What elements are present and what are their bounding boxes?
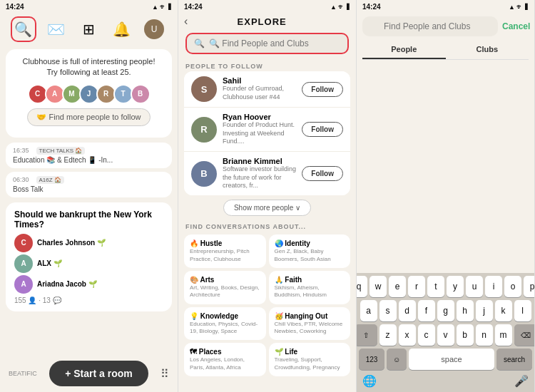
inbox-nav-icon[interactable]: ✉️ xyxy=(44,16,69,42)
key-q[interactable]: q xyxy=(357,276,367,297)
key-l[interactable]: l xyxy=(514,300,531,321)
footer-bar: BEATIFIC + Start a room ⠿ xyxy=(0,355,178,392)
key-f[interactable]: f xyxy=(418,300,435,321)
key-z[interactable]: z xyxy=(379,324,397,346)
follow-brianne-button[interactable]: Follow xyxy=(302,166,343,181)
key-c[interactable]: c xyxy=(418,324,435,346)
panel-home: 14:24 ▲ ᯤ ▊ 🔍 ✉️ ⊞ 🔔 U Clubhouse is full… xyxy=(0,0,178,392)
talk-item-1[interactable]: 16:35 TECH TALKS 🏠 Education 📚 & Edtech … xyxy=(6,143,172,168)
follow-sahil-button[interactable]: Follow xyxy=(302,82,343,97)
topic-faith[interactable]: 🙏 Faith Sikhism, Atheism, Buddhism, Hind… xyxy=(269,271,351,304)
talk-item-2[interactable]: 06:30 A16Z 🏠 Boss Talk xyxy=(6,172,172,197)
cancel-button[interactable]: Cancel xyxy=(502,21,530,31)
key-shift[interactable]: ⇧ xyxy=(357,324,377,346)
topic-hanging-out[interactable]: 🥳 Hanging Out Chill Vibes, PTR, Welcome … xyxy=(269,307,351,341)
key-p[interactable]: p xyxy=(524,276,535,297)
person-row-brianne[interactable]: B Brianne Kimmel Software investor build… xyxy=(184,152,350,195)
person-ariadna: A Ariadna Jacob 🌱 xyxy=(14,275,163,294)
key-x[interactable]: x xyxy=(399,324,416,346)
topic-life-sub: Traveling, Support, Crowdfunding, Pregna… xyxy=(275,356,345,371)
topic-arts[interactable]: 🎨 Arts Art, Writing, Books, Design, Arch… xyxy=(184,271,266,304)
key-v[interactable]: v xyxy=(437,324,454,346)
key-b[interactable]: b xyxy=(457,324,474,346)
avatar-brianne: B xyxy=(191,161,217,187)
key-h[interactable]: h xyxy=(457,300,474,321)
topic-knowledge-sub: Education, Physics, Covid-19, Biology, S… xyxy=(190,321,260,336)
topic-faith-title: 🙏 Faith xyxy=(275,276,345,284)
discussion-card[interactable]: Should we bankrupt the New York Times? C… xyxy=(6,202,172,311)
find-people-button[interactable]: 🤝 Find more people to follow xyxy=(27,108,150,126)
topic-places-title: 🗺 Places xyxy=(190,348,260,356)
key-emoji[interactable]: ☺ xyxy=(387,349,407,370)
keyboard-row-4: 123 ☺ space search xyxy=(358,349,533,370)
key-a[interactable]: a xyxy=(360,300,377,321)
topic-life[interactable]: 🌱 Life Traveling, Support, Crowdfunding,… xyxy=(269,343,351,376)
key-w[interactable]: w xyxy=(370,276,387,297)
avatar-sahil: S xyxy=(191,76,217,102)
dots-icon[interactable]: ⠿ xyxy=(160,367,169,381)
globe-icon[interactable]: 🌐 xyxy=(362,374,377,388)
rooms-nav-icon[interactable]: ⊞ xyxy=(76,16,101,42)
start-room-button[interactable]: + Start a room xyxy=(49,361,148,386)
key-t[interactable]: t xyxy=(427,276,444,297)
topic-hangout-title: 🥳 Hanging Out xyxy=(275,312,345,320)
show-more-people-button[interactable]: Show more people ∨ xyxy=(223,200,311,216)
key-search[interactable]: search xyxy=(496,349,532,370)
topic-hustle[interactable]: 🔥 Hustle Entrepreneurship, Pitch Practic… xyxy=(184,234,266,268)
key-d[interactable]: d xyxy=(399,300,416,321)
search-results-area xyxy=(357,64,534,273)
key-r[interactable]: r xyxy=(408,276,425,297)
topic-places[interactable]: 🗺 Places Los Angeles, London, Paris, Atl… xyxy=(184,343,266,376)
keyboard-row-1: q w e r t y u i o p xyxy=(358,276,533,297)
follow-ryan-button[interactable]: Follow xyxy=(302,122,343,137)
topic-life-title: 🌱 Life xyxy=(275,348,345,356)
key-j[interactable]: j xyxy=(476,300,493,321)
tab-people[interactable]: People xyxy=(362,41,446,59)
people-clubs-search-input[interactable] xyxy=(362,16,498,36)
search-nav-icon[interactable]: 🔍 xyxy=(11,16,36,42)
key-u[interactable]: u xyxy=(466,276,483,297)
ryan-info: Ryan Hoover Founder of Product Hunt. Inv… xyxy=(223,113,296,146)
key-i[interactable]: i xyxy=(485,276,502,297)
talk-time-1: 16:35 xyxy=(13,147,29,154)
person-alx: A ALX 🌱 xyxy=(14,254,163,273)
topic-places-sub: Los Angeles, London, Paris, Atlanta, Afr… xyxy=(190,356,260,371)
key-m[interactable]: m xyxy=(495,324,512,346)
key-k[interactable]: k xyxy=(495,300,512,321)
brianne-info: Brianne Kimmel Software investor buildin… xyxy=(223,157,296,190)
status-bar-1: 14:24 ▲ ᯤ ▊ xyxy=(0,0,178,12)
key-n[interactable]: n xyxy=(476,324,493,346)
explore-search-input[interactable] xyxy=(209,38,340,48)
key-backspace[interactable]: ⌫ xyxy=(514,324,536,346)
people-section-title: PEOPLE TO FOLLOW xyxy=(178,60,356,71)
mic-icon[interactable]: 🎤 xyxy=(514,374,529,388)
person-row-ryan[interactable]: R Ryan Hoover Founder of Product Hunt. I… xyxy=(184,108,350,152)
key-y[interactable]: y xyxy=(447,276,464,297)
topic-knowledge[interactable]: 💡 Knowledge Education, Physics, Covid-19… xyxy=(184,307,266,341)
brianne-name: Brianne Kimmel xyxy=(223,157,296,165)
key-s[interactable]: s xyxy=(379,300,397,321)
status-icons-1: ▲ ᯤ ▊ xyxy=(152,4,172,11)
key-space[interactable]: space xyxy=(409,349,494,370)
key-e[interactable]: e xyxy=(389,276,406,297)
explore-search-bar[interactable]: 🔍 xyxy=(185,33,349,54)
ryan-name: Ryan Hoover xyxy=(223,113,296,121)
tab-clubs[interactable]: Clubs xyxy=(446,41,529,59)
search-icon-2: 🔍 xyxy=(194,38,205,48)
bell-nav-icon[interactable]: 🔔 xyxy=(108,16,134,42)
key-o[interactable]: o xyxy=(504,276,521,297)
time-3: 14:24 xyxy=(362,3,381,11)
topic-arts-sub: Art, Writing, Books, Design, Architectur… xyxy=(190,284,260,299)
people-clubs-tabs: People Clubs xyxy=(362,41,529,60)
profile-nav-icon[interactable]: U xyxy=(141,16,167,42)
status-icons-3: ▲ ᯤ ▊ xyxy=(509,4,529,11)
panel-explore: 14:24 ▲ ᯤ ▊ ‹ EXPLORE 🔍 PEOPLE TO FOLLOW… xyxy=(178,0,357,392)
status-bar-2: 14:24 ▲ ᯤ ▊ xyxy=(178,0,356,12)
person-row-sahil[interactable]: S Sahil Founder of Gumroad, Clubhouse us… xyxy=(184,71,350,108)
key-numbers[interactable]: 123 xyxy=(359,349,384,370)
conversations-section-title: FIND CONVERSATIONS ABOUT... xyxy=(178,220,356,232)
key-g[interactable]: g xyxy=(437,300,454,321)
topic-identity[interactable]: 🌏 Identity Gen Z, Black, Baby Boomers, S… xyxy=(269,234,351,268)
time-2: 14:24 xyxy=(184,3,203,11)
beatific-label: BEATIFIC xyxy=(9,370,37,377)
